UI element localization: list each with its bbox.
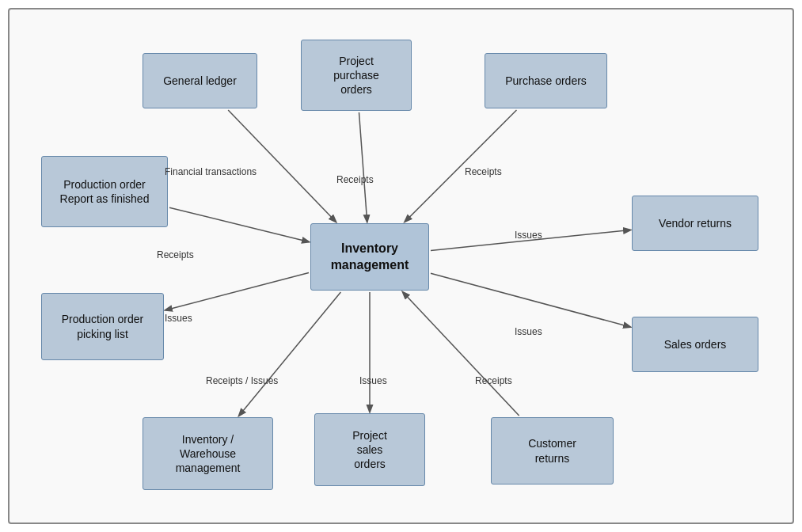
center-node: Inventory management <box>310 223 429 291</box>
sales-orders-node: Sales orders <box>632 317 758 372</box>
label-financial: Financial transactions <box>165 166 257 177</box>
project-purchase-node: Projectpurchaseorders <box>301 40 412 111</box>
svg-line-9 <box>403 292 519 416</box>
production-report-node: Production orderReport as finished <box>41 156 168 227</box>
vendor-returns-label: Vendor returns <box>659 216 732 230</box>
inventory-warehouse-label: Inventory /Warehousemanagement <box>176 432 241 476</box>
inventory-warehouse-node: Inventory /Warehousemanagement <box>143 417 273 490</box>
label-issues-vendor: Issues <box>515 230 542 241</box>
svg-line-5 <box>165 273 309 310</box>
label-issues-picking: Issues <box>165 313 192 324</box>
diagram-container: Inventory management General ledger Proj… <box>8 8 794 524</box>
label-issues-proj-sales: Issues <box>359 375 387 386</box>
center-label: Inventory management <box>311 241 428 274</box>
svg-line-3 <box>169 207 309 241</box>
label-receipts-production: Receipts <box>157 249 194 260</box>
project-sales-label: Projectsalesorders <box>352 428 387 472</box>
customer-returns-label: Customerreturns <box>528 436 576 465</box>
label-receipts-purchase: Receipts <box>465 166 502 177</box>
svg-line-1 <box>359 112 367 222</box>
production-report-label: Production orderReport as finished <box>60 177 150 206</box>
label-receipts-issues-inv: Receipts / Issues <box>206 375 278 386</box>
purchase-orders-label: Purchase orders <box>505 74 587 88</box>
purchase-orders-node: Purchase orders <box>485 53 607 108</box>
project-purchase-label: Projectpurchaseorders <box>333 54 379 97</box>
label-issues-sales: Issues <box>515 326 542 337</box>
production-picking-label: Production orderpicking list <box>62 312 144 340</box>
production-picking-node: Production orderpicking list <box>41 293 164 360</box>
general-ledger-label: General ledger <box>163 74 237 88</box>
customer-returns-node: Customerreturns <box>491 417 614 484</box>
sales-orders-label: Sales orders <box>664 337 727 352</box>
svg-line-6 <box>431 273 630 327</box>
svg-line-7 <box>239 292 340 416</box>
label-receipts-project: Receipts <box>336 174 374 185</box>
label-receipts-customer: Receipts <box>475 375 512 386</box>
project-sales-node: Projectsalesorders <box>314 413 425 486</box>
vendor-returns-node: Vendor returns <box>632 196 758 251</box>
general-ledger-node: General ledger <box>143 53 257 108</box>
